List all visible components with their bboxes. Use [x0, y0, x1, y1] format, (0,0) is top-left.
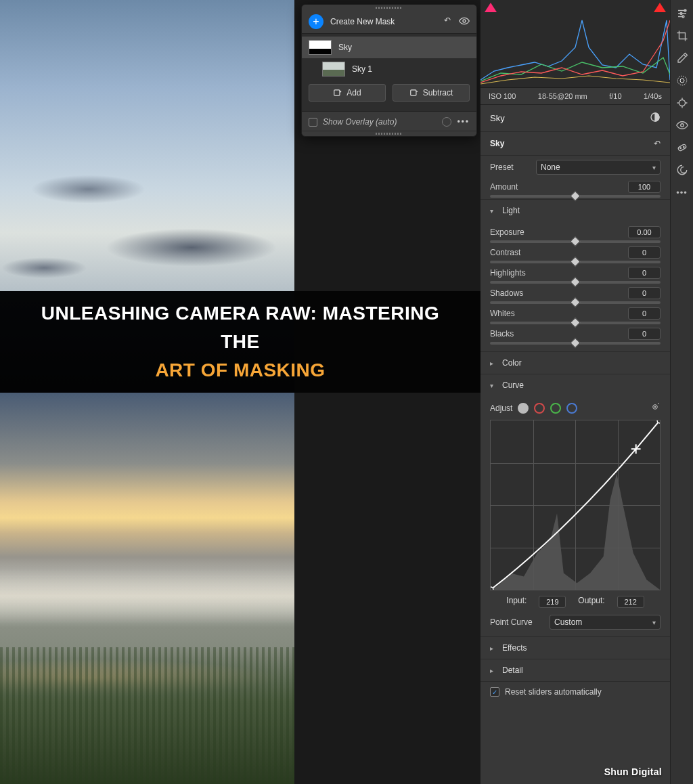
mask-row-sky[interactable]: Sky [302, 37, 476, 58]
exposure-label: Exposure [490, 227, 623, 237]
masking-tool-icon[interactable] [675, 74, 689, 87]
channel-blue-icon[interactable] [566, 403, 577, 414]
add-mask-button[interactable]: Add [309, 84, 386, 102]
visibility-icon[interactable] [459, 16, 470, 28]
contrast-value[interactable]: 0 [628, 246, 661, 259]
masking-panel[interactable]: + Create New Mask ↶ Sky Sky 1 Add Subtra… [301, 4, 477, 137]
blacks-value[interactable]: 0 [628, 328, 661, 340]
mask-thumb-icon [309, 40, 332, 55]
shadows-slider[interactable] [490, 301, 661, 304]
show-overlay-label: Show Overlay (auto) [323, 117, 397, 127]
svg-rect-1 [334, 90, 340, 95]
input-value[interactable]: 219 [539, 596, 566, 608]
subtract-mask-button[interactable]: Subtract [393, 84, 470, 102]
whites-label: Whites [490, 309, 623, 318]
mask-name: Sky 1 [352, 64, 372, 74]
watermark: Shun Digital [604, 766, 662, 777]
amount-value[interactable]: 100 [628, 181, 661, 193]
curve-section-toggle[interactable]: ▾ Curve [480, 374, 670, 396]
detail-section-toggle[interactable]: ▸ Detail [480, 659, 670, 681]
reset-icon[interactable]: ↶ [654, 139, 661, 148]
svg-point-16 [680, 124, 684, 127]
preset-select[interactable]: None ▾ [536, 160, 661, 175]
more-icon[interactable]: ••• [457, 117, 470, 127]
effects-section-toggle[interactable]: ▸ Effects [480, 636, 670, 659]
right-toolbar: ••• [670, 0, 693, 784]
blacks-slider[interactable] [490, 342, 661, 345]
channel-green-icon[interactable] [550, 403, 561, 414]
detail-label: Detail [502, 666, 523, 675]
mask-sub-header: Sky ↶ [480, 132, 670, 156]
svg-rect-2 [410, 90, 416, 95]
light-section-toggle[interactable]: ▾ Light [480, 199, 670, 221]
adjust-label: Adjust [490, 404, 512, 413]
target-adjust-icon[interactable] [650, 401, 661, 414]
histogram[interactable] [480, 0, 670, 88]
exposure-slider[interactable] [490, 240, 661, 243]
heal-tool-icon[interactable] [675, 141, 689, 154]
highlights-value[interactable]: 0 [628, 267, 661, 279]
exposure-value[interactable]: 0.00 [628, 226, 661, 238]
redeye-tool-icon[interactable] [675, 118, 689, 132]
preset-row: Preset None ▾ [480, 156, 670, 179]
chevron-right-icon: ▸ [490, 645, 497, 652]
reset-sliders-checkbox[interactable]: ✓ [490, 687, 499, 697]
mask-row-sky1[interactable]: Sky 1 [302, 58, 476, 80]
adjustments-panel: ISO 100 18-55@20 mm f/10 1/40s Sky Sky ↶… [480, 0, 670, 784]
chevron-right-icon: ▸ [490, 360, 497, 367]
contrast-slider[interactable] [490, 261, 661, 263]
curve-editor[interactable] [490, 420, 661, 590]
panel-grip-bottom[interactable] [302, 131, 476, 136]
edit-tool-icon[interactable] [675, 7, 689, 20]
mask-thumb-icon [322, 62, 345, 77]
undo-icon[interactable]: ↶ [444, 16, 451, 28]
preset-value: None [541, 162, 560, 172]
highlights-label: Highlights [490, 268, 623, 278]
channel-red-icon[interactable] [534, 403, 545, 414]
shadows-value[interactable]: 0 [628, 287, 661, 299]
overlay-color-icon[interactable] [442, 117, 451, 127]
whites-value[interactable]: 0 [628, 307, 661, 320]
subtract-label: Subtract [423, 88, 453, 97]
whites-slider[interactable] [490, 322, 661, 324]
amount-label: Amount [490, 182, 623, 192]
svg-point-18 [680, 148, 681, 149]
invert-icon[interactable] [650, 112, 661, 125]
photo-sky-region [0, 0, 294, 291]
meta-iso: ISO 100 [489, 92, 516, 100]
amount-slider[interactable] [490, 195, 661, 198]
eyedropper-tool-icon[interactable] [675, 51, 689, 65]
show-overlay-checkbox[interactable] [309, 118, 317, 127]
more-tool-icon[interactable]: ••• [675, 186, 689, 199]
svg-rect-17 [677, 144, 686, 151]
input-label: Input: [506, 596, 527, 608]
target-tool-icon[interactable] [675, 96, 689, 110]
title-overlay: UNLEASHING CAMERA RAW: MASTERING THE ART… [0, 291, 480, 393]
point-curve-label: Point Curve [490, 617, 544, 627]
meta-lens: 18-55@20 mm [538, 92, 587, 100]
mask-name: Sky [338, 43, 352, 52]
chevron-down-icon: ▾ [490, 382, 497, 389]
create-mask-label: Create New Mask [330, 17, 437, 26]
add-label: Add [346, 88, 361, 97]
shadows-label: Shadows [490, 288, 623, 298]
channel-rgb-icon[interactable] [518, 403, 529, 414]
create-mask-button[interactable]: + [309, 14, 323, 29]
meta-aperture: f/10 [609, 92, 621, 100]
blacks-label: Blacks [490, 329, 623, 339]
swirl-tool-icon[interactable] [675, 163, 689, 177]
svg-point-0 [463, 20, 466, 22]
highlights-slider[interactable] [490, 281, 661, 284]
point-curve-value: Custom [554, 617, 582, 627]
color-section-toggle[interactable]: ▸ Color [480, 351, 670, 374]
svg-point-5 [654, 406, 656, 408]
output-value[interactable]: 212 [617, 596, 644, 608]
crop-tool-icon[interactable] [675, 29, 689, 43]
chevron-right-icon: ▸ [490, 667, 497, 674]
panel-grip-top[interactable] [302, 5, 476, 10]
reset-sliders-row: ✓ Reset sliders automatically [480, 681, 670, 702]
svg-point-13 [677, 76, 687, 85]
preset-label: Preset [490, 162, 531, 172]
point-curve-select[interactable]: Custom ▾ [550, 615, 661, 630]
svg-point-14 [680, 79, 684, 83]
